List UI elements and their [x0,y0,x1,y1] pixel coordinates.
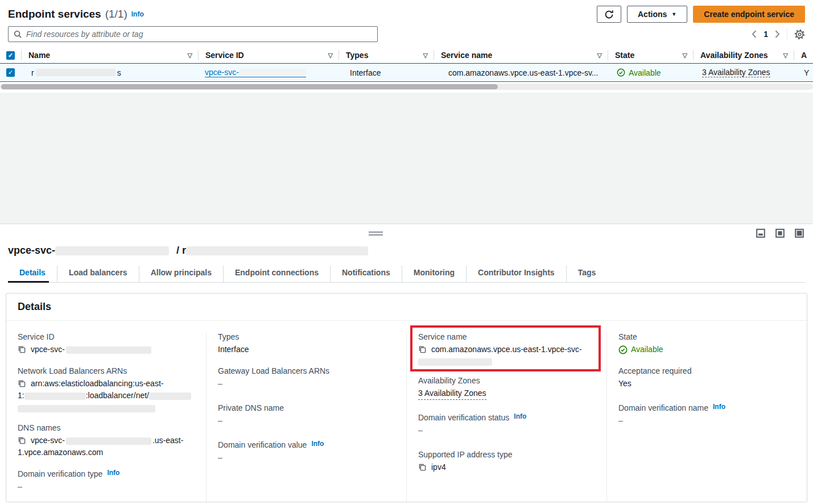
row-clipped-cell: Y [794,68,813,77]
redacted-text [66,437,151,445]
filter-icon[interactable]: ▽ [328,52,333,59]
field-domain-verification-type: Domain verification type Info – [18,469,195,493]
field-glb-arns: Gateway Load Balancers ARNs – [218,366,395,390]
create-endpoint-service-button[interactable]: Create endpoint service [693,6,805,23]
column-header-types[interactable]: Types ▽ [339,50,434,60]
field-service-id: Service ID vpce-svc- [18,332,195,356]
field-domain-verification-value: Domain verification value Info – [218,440,395,464]
info-link[interactable]: Info [514,412,526,420]
row-checkbox[interactable]: ✓ [6,68,15,77]
copy-icon[interactable] [18,345,26,353]
scrollbar-thumb[interactable] [1,84,498,89]
details-column-1: Service ID vpce-svc- Network Load Balanc… [6,332,206,502]
row-state-cell: Available [608,68,693,77]
filter-icon[interactable]: ▽ [423,52,428,59]
field-supported-ip-address-type: Supported IP address type ipv4 [418,450,595,473]
panel-resize-handle[interactable] [369,232,383,237]
panel-size-small-icon[interactable] [756,229,765,238]
copy-icon[interactable] [418,463,426,471]
redacted-text [18,405,155,412]
details-column-2: Types Interface Gateway Load Balancers A… [206,332,406,502]
tab-details[interactable]: Details [8,266,57,282]
redacted-text [239,69,306,76]
horizontal-scrollbar[interactable] [0,84,813,90]
filter-icon[interactable]: ▽ [597,52,602,59]
create-button-label: Create endpoint service [704,10,794,19]
redacted-text [418,358,492,366]
refresh-icon [604,10,614,19]
tab-load-balancers[interactable]: Load balancers [57,266,139,282]
page-next-button[interactable] [775,30,780,38]
search-input[interactable] [26,30,372,39]
column-header-name[interactable]: Name ▽ [21,50,198,60]
copy-icon[interactable] [418,345,426,353]
refresh-button[interactable] [597,6,621,23]
availability-zones-popover-link[interactable]: 3 Availability Zones [702,68,770,77]
tab-tags[interactable]: Tags [566,266,608,282]
endpoint-services-table: ✓ Name ▽ Service ID ▽ Types ▽ Service na… [0,48,813,90]
field-nlb-arns: Network Load Balancers ARNs arn:aws:elas… [18,366,195,412]
select-all-checkbox[interactable]: ✓ [6,51,15,60]
panel-size-medium-icon[interactable] [775,229,785,238]
column-header-state[interactable]: State ▽ [608,50,693,60]
field-state: State Available [618,332,795,356]
search-icon [14,30,22,39]
state-available-badge: Available [617,68,661,77]
panel-layout-toggles [756,229,804,238]
tab-monitoring[interactable]: Monitoring [402,266,466,282]
panel-title: vpce-svc- / r [0,224,813,260]
panel-size-large-icon[interactable] [795,229,804,238]
page-previous-button[interactable] [752,30,757,38]
row-service-id-cell: vpce-svc- [198,68,339,77]
column-header-clipped[interactable]: A [794,50,813,60]
table-header-row: ✓ Name ▽ Service ID ▽ Types ▽ Service na… [0,48,813,63]
details-column-4: State Available Acceptance required Yes [606,332,807,502]
copy-icon[interactable] [18,436,26,444]
redacted-text [149,393,191,400]
tab-notifications[interactable]: Notifications [330,266,402,282]
details-card-heading: Details [6,294,807,321]
field-types: Types Interface [218,332,395,356]
tab-allow-principals[interactable]: Allow principals [139,266,223,282]
title-info-link[interactable]: Info [131,10,144,18]
table-row[interactable]: ✓ r s vpce-svc- Interface com.amazonaws.… [0,63,813,82]
info-link[interactable]: Info [713,403,725,411]
row-service-name-cell: com.amazonaws.vpce.us-east-1.vpce-sv... [434,68,608,77]
detail-split-panel: vpce-svc- / r Details Load balancers All… [0,224,813,504]
filter-icon[interactable]: ▽ [783,52,788,59]
actions-button[interactable]: Actions ▼ [627,6,687,23]
copy-icon[interactable] [18,379,26,387]
filter-icon[interactable]: ▽ [188,52,192,59]
column-header-service-name[interactable]: Service name ▽ [434,50,608,60]
field-domain-verification-name: Domain verification name Info – [618,403,795,427]
current-page-number[interactable]: 1 [764,30,768,39]
search-box[interactable] [8,26,378,42]
state-available-badge: Available [618,344,663,356]
column-header-availability-zones[interactable]: Availability Zones ▽ [693,50,794,60]
info-link[interactable]: Info [311,440,324,448]
field-domain-verification-status: Domain verification status Info – [418,413,595,436]
details-card-body: Service ID vpce-svc- Network Load Balanc… [6,321,807,502]
field-acceptance-required: Acceptance required Yes [618,366,795,390]
toolbar: Endpoint services (1/1) Info Actions ▼ C… [0,0,813,23]
redacted-text [186,246,368,255]
field-dns-names: DNS names vpce-svc-.us-east- 1.vpce.amaz… [18,423,195,458]
filter-icon[interactable]: ▽ [683,52,687,59]
check-circle-icon [617,68,625,77]
pager-divider [787,28,787,40]
redacted-text [55,246,169,255]
details-column-3: Service name com.amazonaws.vpce.us-east-… [406,332,606,502]
table-settings-gear-icon[interactable] [794,29,805,40]
panel-tabs: Details Load balancers Allow principals … [8,266,805,283]
redacted-text [36,69,115,76]
tab-endpoint-connections[interactable]: Endpoint connections [223,266,330,282]
chevron-down-icon: ▼ [671,11,676,17]
page-title-group: Endpoint services (1/1) Info [8,8,144,20]
availability-zones-popover-link[interactable]: 3 Availability Zones [418,387,486,400]
toolbar-buttons: Actions ▼ Create endpoint service [597,6,805,23]
row-availability-zones-cell: 3 Availability Zones [693,68,794,77]
column-header-service-id[interactable]: Service ID ▽ [198,50,339,60]
service-id-link[interactable]: vpce-svc- [205,68,306,77]
tab-contributor-insights[interactable]: Contributor Insights [466,266,566,282]
info-link[interactable]: Info [107,469,119,477]
